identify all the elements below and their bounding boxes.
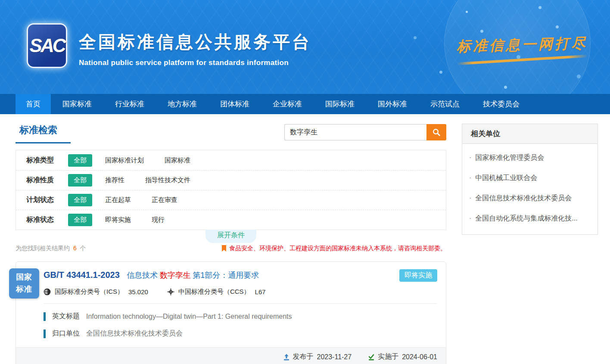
result-card-footer: 发布于 2023-11-27 实施于 2024-06-01 xyxy=(16,347,446,364)
globe-icon xyxy=(44,288,51,296)
main-nav: 首页 国家标准 行业标准 地方标准 团体标准 企业标准 国际标准 国外标准 示范… xyxy=(0,94,610,114)
ccs-value: L67 xyxy=(255,288,266,296)
nav-item-local-standards[interactable]: 地方标准 xyxy=(156,94,209,114)
bullet: · xyxy=(469,174,471,181)
field-value: 全国信息技术标准化技术委员会 xyxy=(86,329,183,338)
sac-logo-text: SAC xyxy=(30,35,65,56)
nav-item-enterprise-standards[interactable]: 企业标准 xyxy=(261,94,314,114)
status-badge: 即将实施 xyxy=(399,269,437,282)
title-underline-decor xyxy=(16,142,71,143)
filter-option[interactable]: 推荐性 xyxy=(105,176,124,184)
filter-all-button[interactable]: 全部 xyxy=(68,174,92,187)
card-divider xyxy=(44,303,437,304)
site-subtitle: National public service platform for sta… xyxy=(79,59,311,67)
field-bar-decor xyxy=(44,330,46,338)
filter-option[interactable]: 指导性技术文件 xyxy=(145,176,190,184)
expand-wrap: 展开条件 xyxy=(16,230,446,242)
filter-label: 计划状态 xyxy=(26,196,68,205)
page: SAC 全国标准信息公共服务平台 National public service… xyxy=(0,0,610,364)
related-unit-label: 中国机械工业联合会 xyxy=(475,174,537,181)
filter-label: 标准状态 xyxy=(26,215,68,224)
compass-icon xyxy=(167,288,174,296)
bullet: · xyxy=(469,154,471,161)
nav-item-national-standards[interactable]: 国家标准 xyxy=(51,94,103,114)
nav-item-home[interactable]: 首页 xyxy=(16,94,51,114)
ics-meta: 国际标准分类号（ICS） 35.020 xyxy=(44,288,148,296)
result-card: 国家 标准 GB/T 43441.1-2023 信息技术 数字孪生 第1部分：通… xyxy=(16,261,446,364)
page-title: 标准检索 xyxy=(16,124,71,137)
ics-label: 国际标准分类号（ICS） xyxy=(55,288,124,296)
search-input[interactable] xyxy=(284,124,426,140)
sac-logo[interactable]: SAC xyxy=(27,23,67,68)
results-summary-prefix: 为您找到相关结果约 xyxy=(16,245,70,252)
filter-option[interactable]: 即将实施 xyxy=(105,216,131,224)
filter-option[interactable]: 正在起草 xyxy=(105,196,131,204)
field-value: Information technology—Digital twin—Part… xyxy=(86,313,292,320)
notice-banner: 食品安全、环境保护、工程建设方面的国家标准未纳入本系统，请咨询相关部委。 xyxy=(221,245,446,252)
type-badge-line2: 标准 xyxy=(16,283,32,296)
main-column: 标准检索 标准类型 全部 xyxy=(16,124,446,364)
standard-title-part1[interactable]: 信息技术 xyxy=(127,271,158,280)
filter-option[interactable]: 国家标准计划 xyxy=(105,156,144,165)
section-title-wrap: 标准检索 xyxy=(16,124,71,143)
site-title: 全国标准信息公共服务平台 xyxy=(79,30,311,54)
filter-label: 标准性质 xyxy=(26,176,68,185)
header-slogan: 标准信息一网打尽 xyxy=(456,34,588,63)
related-unit-link[interactable]: ·全国信息技术标准化技术委员会 xyxy=(462,188,598,208)
nav-item-industry-standards[interactable]: 行业标准 xyxy=(103,94,156,114)
related-units-panel: 相关单位 ·国家标准化管理委员会 ·中国机械工业联合会 ·全国信息技术标准化技术… xyxy=(462,124,598,235)
implement-label: 实施于 xyxy=(378,352,398,361)
filter-option[interactable]: 正在审查 xyxy=(152,196,177,204)
related-units-title: 相关单位 xyxy=(462,124,598,144)
related-unit-link[interactable]: ·国家标准化管理委员会 xyxy=(462,148,598,168)
implement-check-icon xyxy=(368,354,375,361)
nav-item-group-standards[interactable]: 团体标准 xyxy=(209,94,261,114)
standard-title-highlight[interactable]: 数字孪生 xyxy=(160,271,191,280)
filter-row-standard-type: 标准类型 全部 国家标准计划 国家标准 xyxy=(16,150,446,170)
results-summary: 为您找到相关结果约 6 个 xyxy=(16,245,86,252)
related-units-list: ·国家标准化管理委员会 ·中国机械工业联合会 ·全国信息技术标准化技术委员会 ·… xyxy=(462,144,598,234)
nav-item-foreign-standards[interactable]: 国外标准 xyxy=(366,94,419,114)
related-unit-label: 全国自动化系统与集成标准化技... xyxy=(475,215,577,222)
filter-row-plan-status: 计划状态 全部 正在起草 正在审查 xyxy=(16,190,446,210)
standard-code-link[interactable]: GB/T 43441.1-2023 xyxy=(44,270,120,280)
filter-row-standard-nature: 标准性质 全部 推荐性 指导性技术文件 xyxy=(16,170,446,190)
expand-conditions-button[interactable]: 展开条件 xyxy=(205,230,256,243)
field-label: 归口单位 xyxy=(52,329,80,338)
related-unit-label: 全国信息技术标准化技术委员会 xyxy=(475,194,572,202)
filter-all-button[interactable]: 全部 xyxy=(68,194,92,206)
filter-all-button[interactable]: 全部 xyxy=(68,154,92,167)
summary-row: 为您找到相关结果约 6 个 食品安全、环境保护、工程建设方面的国家标准未纳入本系… xyxy=(16,245,446,252)
ics-value: 35.020 xyxy=(128,288,148,296)
field-label: 英文标题 xyxy=(52,312,80,321)
field-bar-decor xyxy=(44,312,46,321)
bookmark-icon xyxy=(221,245,227,252)
search-button[interactable] xyxy=(426,124,446,140)
related-unit-link[interactable]: ·中国机械工业联合会 xyxy=(462,168,598,188)
field-row-english-title: 英文标题 Information technology—Digital twin… xyxy=(44,312,437,321)
implement-date: 2024-06-01 xyxy=(402,353,437,361)
nav-item-technical-committee[interactable]: 技术委员会 xyxy=(471,94,531,114)
standard-type-badge: 国家 标准 xyxy=(9,268,39,299)
type-badge-line1: 国家 xyxy=(16,271,32,283)
filter-option[interactable]: 国家标准 xyxy=(165,156,190,165)
header-slogan-text: 标准信息一网打尽 xyxy=(456,35,588,54)
publish-label: 发布于 xyxy=(293,352,314,361)
publish-upload-icon xyxy=(283,354,290,361)
glow-dots-decor xyxy=(466,11,468,13)
brand: 全国标准信息公共服务平台 National public service pla… xyxy=(79,30,311,67)
results-count: 6 xyxy=(73,245,77,252)
publish-date: 2023-11-27 xyxy=(317,353,352,361)
ccs-meta: 中国标准分类号（CCS） L67 xyxy=(167,288,266,296)
publish-date-item: 发布于 2023-11-27 xyxy=(283,352,352,361)
results-summary-suffix: 个 xyxy=(80,245,86,252)
standard-title-part2[interactable]: 第1部分：通用要求 xyxy=(193,271,259,280)
filter-option[interactable]: 现行 xyxy=(152,216,165,224)
nav-item-international-standards[interactable]: 国际标准 xyxy=(314,94,366,114)
ccs-label: 中国标准分类号（CCS） xyxy=(178,288,250,296)
filter-all-button[interactable]: 全部 xyxy=(68,214,92,226)
search-icon xyxy=(432,128,441,137)
nav-item-pilot[interactable]: 示范试点 xyxy=(419,94,471,114)
search-box xyxy=(284,124,446,140)
related-unit-link[interactable]: ·全国自动化系统与集成标准化技... xyxy=(462,208,598,229)
